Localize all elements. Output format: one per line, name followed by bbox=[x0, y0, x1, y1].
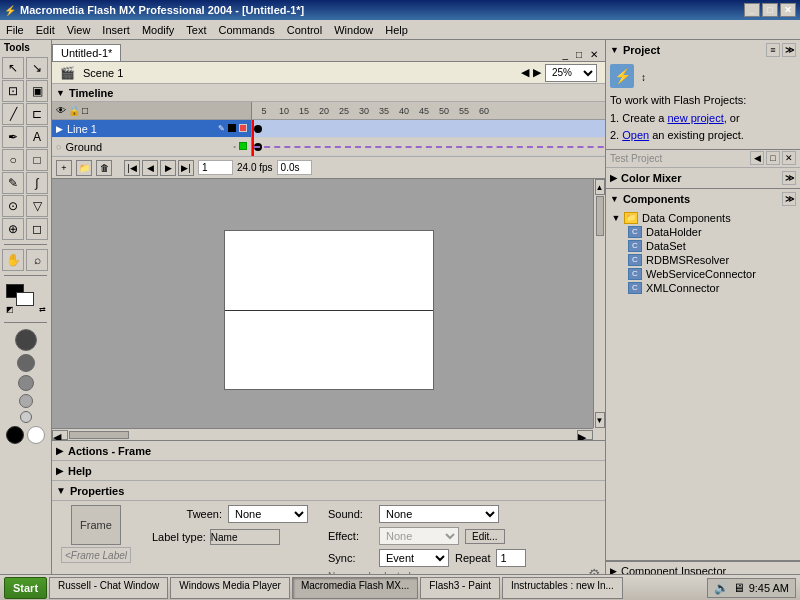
delete-layer-btn[interactable]: 🗑 bbox=[96, 160, 112, 176]
option-btn2[interactable] bbox=[17, 354, 35, 372]
tool-pen[interactable]: ✒ bbox=[2, 126, 24, 148]
menu-insert[interactable]: Insert bbox=[96, 22, 136, 38]
scrollbar-horizontal[interactable]: ◀ ▶ bbox=[52, 428, 593, 440]
tool-zoom[interactable]: ⌕ bbox=[26, 249, 48, 271]
sync-select[interactable]: Event Start Stop Stream bbox=[379, 549, 449, 567]
tool-lasso[interactable]: ⊏ bbox=[26, 103, 48, 125]
effect-edit-btn[interactable]: Edit... bbox=[465, 529, 505, 544]
open-project-link[interactable]: Open bbox=[622, 129, 649, 141]
tool-bucket[interactable]: ▽ bbox=[26, 195, 48, 217]
tool-hand[interactable]: ✋ bbox=[2, 249, 24, 271]
components-options-btn[interactable]: ≫ bbox=[782, 192, 796, 206]
option-btn5[interactable] bbox=[20, 411, 32, 423]
scrollbar-v-thumb[interactable] bbox=[596, 196, 604, 236]
frame-back-btn[interactable]: ◀ bbox=[142, 160, 158, 176]
time-display[interactable] bbox=[277, 160, 312, 175]
actions-expand-btn[interactable]: ▶ bbox=[52, 445, 68, 456]
tool-inkbottle[interactable]: ⊙ bbox=[2, 195, 24, 217]
scrollbar-h-thumb[interactable] bbox=[69, 431, 129, 439]
menu-help[interactable]: Help bbox=[379, 22, 414, 38]
frame-label-input[interactable] bbox=[61, 547, 131, 563]
taskbar-item-flash[interactable]: Macromedia Flash MX... bbox=[292, 577, 418, 599]
tool-oval[interactable]: ○ bbox=[2, 149, 24, 171]
scroll-left-btn[interactable]: ◀ bbox=[52, 430, 68, 440]
project-header[interactable]: ▼ Project ≡ ≫ bbox=[606, 40, 800, 60]
scroll-up-btn[interactable]: ▲ bbox=[595, 179, 605, 195]
taskbar-item-russell[interactable]: Russell - Chat Window bbox=[49, 577, 168, 599]
scroll-right-btn[interactable]: ▶ bbox=[577, 430, 593, 440]
doc-close-btn[interactable]: ✕ bbox=[587, 48, 601, 61]
menu-view[interactable]: View bbox=[61, 22, 97, 38]
tool-pencil[interactable]: ✎ bbox=[2, 172, 24, 194]
scrollbar-vertical[interactable]: ▲ ▼ bbox=[593, 179, 605, 428]
swap-colors-icon[interactable]: ⇄ bbox=[39, 305, 46, 314]
test-btn2[interactable]: □ bbox=[766, 151, 780, 165]
properties-expand-btn[interactable]: ▼ bbox=[52, 485, 70, 496]
tree-item-webservice[interactable]: C WebServiceConnector bbox=[608, 267, 798, 281]
tool-arrow[interactable]: ↖ bbox=[2, 57, 24, 79]
menu-file[interactable]: File bbox=[0, 22, 30, 38]
color-mixer-options-btn[interactable]: ≫ bbox=[782, 171, 796, 185]
doc-tab-untitled[interactable]: Untitled-1* bbox=[52, 44, 121, 61]
layer-pencil-icon[interactable]: ✎ bbox=[218, 124, 225, 133]
project-icon-btn1[interactable]: ≡ bbox=[766, 43, 780, 57]
frame-row-ground[interactable] bbox=[252, 138, 605, 156]
timeline-collapse-btn[interactable]: ▼ bbox=[56, 88, 65, 98]
taskbar-item-media[interactable]: Windows Media Player bbox=[170, 577, 290, 599]
default-colors-icon[interactable]: ◩ bbox=[6, 305, 14, 314]
tree-item-rdbms[interactable]: C RDBMSResolver bbox=[608, 253, 798, 267]
maximize-button[interactable]: □ bbox=[762, 3, 778, 17]
project-sort-icon[interactable]: ↕ bbox=[641, 72, 646, 83]
repeat-input[interactable] bbox=[496, 549, 526, 567]
effect-select[interactable]: None bbox=[379, 527, 459, 545]
test-btn3[interactable]: ✕ bbox=[782, 151, 796, 165]
tool-gradient[interactable]: ▣ bbox=[26, 80, 48, 102]
black-circle-btn[interactable] bbox=[6, 426, 24, 444]
tween-select[interactable]: None Motion Shape bbox=[228, 505, 308, 523]
components-header[interactable]: ▼ Components ≫ bbox=[606, 189, 800, 209]
frame-start-btn[interactable]: |◀ bbox=[124, 160, 140, 176]
new-project-link[interactable]: new project bbox=[667, 112, 723, 124]
prev-scene-btn[interactable]: ◀ bbox=[521, 66, 529, 79]
option-btn1[interactable] bbox=[15, 329, 37, 351]
scroll-down-btn[interactable]: ▼ bbox=[595, 412, 605, 428]
doc-minimize-btn[interactable]: _ bbox=[559, 48, 571, 61]
option-btn4[interactable] bbox=[19, 394, 33, 408]
doc-restore-btn[interactable]: □ bbox=[573, 48, 585, 61]
taskbar-item-paint[interactable]: Flash3 - Paint bbox=[420, 577, 500, 599]
fill-color[interactable] bbox=[16, 292, 34, 306]
expand-data-components-icon[interactable]: ▼ bbox=[610, 212, 622, 224]
sound-select[interactable]: None bbox=[379, 505, 499, 523]
tool-subselect[interactable]: ↘ bbox=[26, 57, 48, 79]
project-options-btn[interactable]: ≫ bbox=[782, 43, 796, 57]
tree-item-dataholder[interactable]: C DataHolder bbox=[608, 225, 798, 239]
tool-text[interactable]: A bbox=[26, 126, 48, 148]
add-layer-btn[interactable]: + bbox=[56, 160, 72, 176]
frame-fwd-btn[interactable]: ▶| bbox=[178, 160, 194, 176]
taskbar-item-instructables[interactable]: Instructables : new In... bbox=[502, 577, 623, 599]
menu-text[interactable]: Text bbox=[180, 22, 212, 38]
start-button[interactable]: Start bbox=[4, 577, 47, 599]
tree-item-data-components[interactable]: ▼ 📁 Data Components bbox=[608, 211, 798, 225]
menu-window[interactable]: Window bbox=[328, 22, 379, 38]
add-folder-btn[interactable]: 📁 bbox=[76, 160, 92, 176]
next-scene-btn[interactable]: ▶ bbox=[533, 66, 541, 79]
help-expand-btn[interactable]: ▶ bbox=[52, 465, 68, 476]
zoom-select[interactable]: 25% 50% 100% bbox=[545, 64, 597, 82]
frame-row-line1[interactable] bbox=[252, 120, 605, 138]
tool-rect[interactable]: □ bbox=[26, 149, 48, 171]
tree-item-dataset[interactable]: C DataSet bbox=[608, 239, 798, 253]
tool-eraser[interactable]: ◻ bbox=[26, 218, 48, 240]
menu-commands[interactable]: Commands bbox=[212, 22, 280, 38]
play-btn[interactable]: ▶ bbox=[160, 160, 176, 176]
menu-control[interactable]: Control bbox=[281, 22, 328, 38]
white-circle-btn[interactable] bbox=[27, 426, 45, 444]
minimize-button[interactable]: _ bbox=[744, 3, 760, 17]
label-type-input[interactable] bbox=[210, 529, 280, 545]
layer-row-line1[interactable]: ▶ Line 1 ✎ bbox=[52, 120, 251, 138]
color-mixer-header[interactable]: ▶ Color Mixer ≫ bbox=[606, 168, 800, 188]
tool-eyedropper[interactable]: ⊕ bbox=[2, 218, 24, 240]
tree-item-xmlconnector[interactable]: C XMLConnector bbox=[608, 281, 798, 295]
menu-modify[interactable]: Modify bbox=[136, 22, 180, 38]
tool-freetransform[interactable]: ⊡ bbox=[2, 80, 24, 102]
